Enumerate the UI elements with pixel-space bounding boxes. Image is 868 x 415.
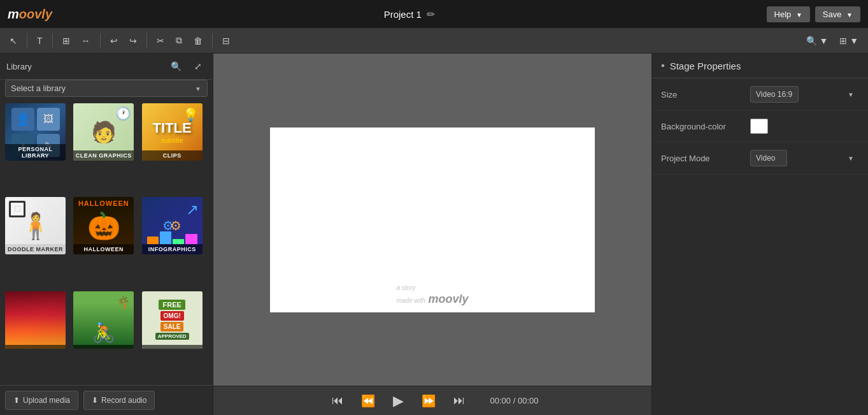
left-panel: Library 🔍 ⤢ Select a library 👤 🖼 ♪ [0,54,213,415]
rewind-button[interactable]: ⏪ [356,391,380,411]
cut-button[interactable]: ✂ [152,33,169,48]
size-select[interactable]: Video 16:9 Video 4:3 Square Custom [750,86,799,103]
library-item-row4b-label [73,345,134,349]
logo-m: m [8,7,19,22]
playback-controls: ⏮ ⏪ ▶ ⏩ ⏭ 00:00 / 00:00 [213,386,651,415]
fast-forward-button[interactable]: ⏩ [416,391,441,411]
library-item-clean[interactable]: 🧑 🕐 CLEAN GRAPHICS [73,103,134,161]
project-title-area: Project 1 ✏ [384,8,435,20]
delete-button[interactable]: 🗑 [189,33,207,48]
library-grid: 👤 🖼 ♪ ✎ PERSONAL LIBRARY 🧑 🕐 CLEAN GRAPH… [0,101,213,385]
library-item-row4b[interactable]: 🚴 🌴 [73,291,134,349]
toolbar-separator-2 [52,33,53,48]
library-item-row4c-label [142,345,203,349]
library-item-row4a[interactable] [5,291,66,349]
toolbar-separator-5 [212,33,213,48]
record-audio-button[interactable]: ⬇ Record audio [83,391,155,410]
library-item-infographics[interactable]: ⚙ ⚙ ↗ INFOGRAPHICS [142,197,203,254]
project-mode-select-wrapper: Video HTML5 GIF [750,150,859,166]
toolbar-separator-1 [27,33,27,48]
library-expand-button[interactable]: ⤢ [190,59,206,74]
search-stage-button[interactable]: 🔍 ▼ [802,33,833,48]
library-item-row4c[interactable]: FREE OMG! SALE APPROVED [142,291,203,349]
stage-watermark: a storymade with moovly [396,281,468,306]
library-item-personal-label: PERSONAL LIBRARY [5,144,66,161]
library-header: Library 🔍 ⤢ [0,54,213,80]
undo-button[interactable]: ↩ [106,33,122,48]
current-time: 00:00 [490,396,511,405]
toolbar-separator-3 [100,33,101,48]
toolbar-separator-4 [146,33,147,48]
library-select[interactable]: Select a library [5,80,208,97]
stage-properties-header: ▪ Stage Properties [652,54,868,78]
project-mode-label: Project Mode [661,154,744,163]
stage-area: a storymade with moovly [213,54,651,386]
library-item-row4a-label [5,345,66,349]
play-button[interactable]: ▶ [388,390,409,412]
library-item-halloween[interactable]: 🎃 HALLOWEEN HALLOWEEN [73,197,134,254]
left-panel-bottom: ⬆ Upload media ⬇ Record audio [0,385,213,415]
select-tool-button[interactable]: ↖ [5,33,22,48]
library-item-doodle[interactable]: 🧍 ☐ DOODLE MARKER [5,197,66,254]
library-item-doodle-label: DOODLE MARKER [5,244,66,254]
bg-color-property-row: Background-color [652,111,868,142]
group-button[interactable]: ⊟ [218,33,234,48]
library-item-halloween-label: HALLOWEEN [73,244,134,254]
text-tool-button[interactable]: T [32,33,47,48]
record-audio-label: Record audio [101,396,146,405]
help-button[interactable]: Help ▼ [767,6,810,22]
skip-to-end-button[interactable]: ⏭ [448,391,470,410]
size-label: Size [661,90,744,99]
library-header-actions: 🔍 ⤢ [166,59,206,74]
record-icon: ⬇ [92,396,98,405]
edit-title-icon[interactable]: ✏ [427,8,435,20]
skip-to-start-button[interactable]: ⏮ [327,391,348,410]
view-toggle-button[interactable]: ⊞ ▼ [835,33,863,48]
project-name: Project 1 [384,9,422,20]
stage-canvas: a storymade with moovly [270,127,595,312]
time-display: 00:00 / 00:00 [490,396,539,405]
redo-button[interactable]: ↪ [125,33,141,48]
stage-properties-title: Stage Properties [670,61,741,71]
toolbar: ↖ T ⊞ ↔ ↩ ↪ ✂ ⧉ 🗑 ⊟ 🔍 ▼ ⊞ ▼ [0,28,868,54]
logo-rest: oovly [19,7,52,22]
top-bar: m oovly Project 1 ✏ Help ▼ Save ▼ [0,0,868,28]
total-time: 00:00 [518,396,539,405]
bg-color-label: Background-color [661,122,744,131]
library-title: Library [6,62,32,71]
library-item-clips[interactable]: TITLE subtitle 💡 CLIPS [142,103,203,161]
stage-properties-icon: ▪ [661,60,665,71]
library-item-infographics-label: INFOGRAPHICS [142,244,203,254]
align-button[interactable]: ⊞ [58,33,75,48]
library-item-clips-label: CLIPS [142,150,203,161]
right-panel: ▪ Stage Properties Size Video 16:9 Video… [651,54,868,415]
logo: m oovly [8,7,52,22]
library-search-button[interactable]: 🔍 [166,59,186,74]
top-actions: Help ▼ Save ▼ [767,6,860,22]
time-separator: / [513,396,518,405]
upload-media-button[interactable]: ⬆ Upload media [5,391,78,410]
size-button[interactable]: ↔ [77,33,95,48]
size-property-row: Size Video 16:9 Video 4:3 Square Custom [652,78,868,111]
save-button[interactable]: Save ▼ [815,6,860,22]
library-item-clean-label: CLEAN GRAPHICS [73,150,134,161]
library-select-container: Select a library [0,80,213,101]
main-area: Library 🔍 ⤢ Select a library 👤 🖼 ♪ [0,54,868,415]
upload-icon: ⬆ [13,396,20,405]
library-select-wrapper: Select a library [5,80,208,97]
center-panel: a storymade with moovly ⏮ ⏪ ▶ ⏩ ⏭ 00:00 … [213,54,651,415]
project-mode-property-row: Project Mode Video HTML5 GIF [652,142,868,175]
bg-color-swatch[interactable] [750,119,768,134]
size-select-wrapper: Video 16:9 Video 4:3 Square Custom [750,86,859,103]
upload-media-label: Upload media [23,396,70,405]
project-mode-select[interactable]: Video HTML5 GIF [750,150,787,166]
library-item-personal[interactable]: 👤 🖼 ♪ ✎ PERSONAL LIBRARY [5,103,66,161]
copy-button[interactable]: ⧉ [171,33,187,48]
